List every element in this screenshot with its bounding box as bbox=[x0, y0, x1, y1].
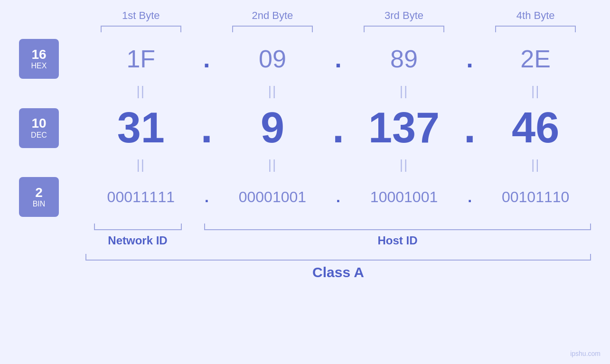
dec-b3-area: 137 bbox=[352, 103, 456, 152]
col4-header: 4th Byte bbox=[483, 9, 588, 32]
class-bracket-area: Class A bbox=[85, 254, 591, 280]
eq1-b4-sym: || bbox=[531, 84, 540, 99]
dec-b2-area: 9 bbox=[220, 103, 325, 152]
equals-row-2: || || || || bbox=[19, 157, 591, 172]
eq2-b4: || bbox=[483, 157, 588, 172]
dec-badge: 10 DEC bbox=[19, 108, 59, 148]
bin-b3-area: 10001001 bbox=[352, 188, 456, 206]
dec-dot1: . bbox=[199, 103, 214, 152]
eq2-b3-sym: || bbox=[400, 157, 409, 172]
bin-b1: 00011111 bbox=[107, 188, 175, 206]
hex-dot2: . bbox=[331, 45, 345, 73]
equals-row-1: || || || || bbox=[19, 84, 591, 99]
eq2-b1: || bbox=[89, 157, 193, 172]
hex-b2: 09 bbox=[259, 45, 286, 73]
class-row: Class A bbox=[19, 254, 591, 280]
bin-badge-col: 2 BIN bbox=[19, 177, 85, 217]
col4-bracket-top bbox=[495, 26, 576, 32]
col2-header: 2nd Byte bbox=[220, 9, 325, 32]
dec-values: 31 . 9 . 137 . 46 bbox=[85, 103, 591, 152]
bin-values: 00011111 . 00001001 . 10001001 . 0010111… bbox=[85, 188, 591, 206]
hex-badge-number: 16 bbox=[31, 47, 46, 62]
eq1-b2: || bbox=[220, 84, 325, 99]
eq1-values: || || || || bbox=[85, 84, 591, 99]
hex-badge-label: HEX bbox=[31, 62, 47, 70]
watermark: ipshu.com bbox=[570, 350, 601, 357]
network-id-bracket: Network ID bbox=[85, 224, 190, 247]
bin-b1-area: 00011111 bbox=[89, 188, 193, 206]
header-row: 1st Byte 2nd Byte 3rd Byte 4th Byte bbox=[19, 9, 591, 32]
col1-label: 1st Byte bbox=[122, 9, 160, 22]
bin-badge: 2 BIN bbox=[19, 177, 59, 217]
hex-row: 16 HEX 1F . 09 . 89 . 2E bbox=[19, 39, 591, 79]
col3-bracket-top bbox=[364, 26, 444, 32]
hex-b4: 2E bbox=[520, 45, 551, 73]
bin-badge-label: BIN bbox=[33, 200, 46, 208]
hex-b2-area: 09 bbox=[220, 45, 325, 73]
dec-b1-area: 31 bbox=[89, 103, 193, 152]
bin-dot1: . bbox=[199, 188, 214, 206]
dec-dot3: . bbox=[463, 103, 477, 152]
class-bracket-bottom bbox=[85, 254, 591, 261]
eq2-values: || || || || bbox=[85, 157, 591, 172]
hex-b3: 89 bbox=[390, 45, 418, 73]
network-id-label: Network ID bbox=[108, 234, 167, 247]
col3-label: 3rd Byte bbox=[385, 9, 423, 22]
hex-dot3: . bbox=[463, 45, 477, 73]
eq1-b3: || bbox=[352, 84, 456, 99]
dec-b4: 46 bbox=[512, 103, 559, 152]
eq2-b1-sym: || bbox=[137, 157, 146, 172]
col1-bracket-top bbox=[101, 26, 181, 32]
col2-bracket-top bbox=[232, 26, 313, 32]
bin-dot3: . bbox=[463, 188, 477, 206]
dec-row: 10 DEC 31 . 9 . 137 . 46 bbox=[19, 103, 591, 152]
bin-badge-number: 2 bbox=[35, 186, 43, 200]
host-id-label: Host ID bbox=[378, 234, 418, 247]
bin-b4-area: 00101110 bbox=[483, 188, 588, 206]
dec-b2: 9 bbox=[261, 103, 284, 152]
col2-label: 2nd Byte bbox=[252, 9, 293, 22]
id-brackets-row: Network ID Host ID bbox=[19, 224, 591, 247]
hex-b1-area: 1F bbox=[89, 45, 193, 73]
hex-dot1: . bbox=[199, 45, 214, 73]
eq1-b1: || bbox=[89, 84, 193, 99]
eq1-b1-sym: || bbox=[137, 84, 146, 99]
network-id-bracket-bottom bbox=[94, 224, 182, 230]
id-bracket-area: Network ID Host ID bbox=[85, 224, 591, 247]
bin-b2: 00001001 bbox=[239, 188, 306, 206]
hex-badge-col: 16 HEX bbox=[19, 39, 85, 79]
eq2-b4-sym: || bbox=[531, 157, 540, 172]
host-id-bracket: Host ID bbox=[204, 224, 591, 247]
dec-badge-label: DEC bbox=[31, 131, 47, 140]
eq2-b3: || bbox=[352, 157, 456, 172]
eq2-b2-sym: || bbox=[268, 157, 277, 172]
eq1-b4: || bbox=[483, 84, 588, 99]
dec-b1: 31 bbox=[117, 103, 165, 152]
bin-b4: 00101110 bbox=[502, 188, 569, 206]
hex-b3-area: 89 bbox=[352, 45, 456, 73]
eq1-b2-sym: || bbox=[268, 84, 277, 99]
bin-row: 2 BIN 00011111 . 00001001 . 10001001 . 0… bbox=[19, 177, 591, 217]
dec-b4-area: 46 bbox=[483, 103, 588, 152]
bin-dot2: . bbox=[331, 188, 345, 206]
dec-badge-col: 10 DEC bbox=[19, 108, 85, 148]
main-container: 1st Byte 2nd Byte 3rd Byte 4th Byte bbox=[0, 0, 610, 364]
dec-badge-number: 10 bbox=[31, 116, 46, 131]
bin-b3: 10001001 bbox=[370, 188, 438, 206]
eq2-b2: || bbox=[220, 157, 325, 172]
hex-badge: 16 HEX bbox=[19, 39, 59, 79]
hex-b1: 1F bbox=[126, 45, 155, 73]
hex-b4-area: 2E bbox=[483, 45, 588, 73]
hex-values: 1F . 09 . 89 . 2E bbox=[85, 45, 591, 73]
dec-dot2: . bbox=[331, 103, 345, 152]
class-label: Class A bbox=[312, 264, 364, 280]
bin-b2-area: 00001001 bbox=[220, 188, 325, 206]
host-id-bracket-bottom bbox=[204, 224, 591, 230]
col4-label: 4th Byte bbox=[516, 9, 555, 22]
col1-header: 1st Byte bbox=[89, 9, 193, 32]
dec-b3: 137 bbox=[368, 103, 440, 152]
col3-header: 3rd Byte bbox=[352, 9, 456, 32]
eq1-b3-sym: || bbox=[400, 84, 409, 99]
column-headers: 1st Byte 2nd Byte 3rd Byte 4th Byte bbox=[85, 9, 591, 32]
